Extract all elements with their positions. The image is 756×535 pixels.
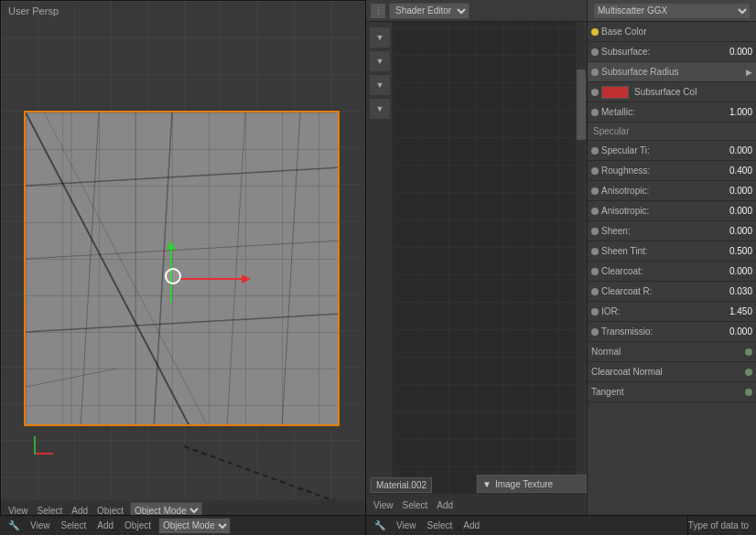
metallic-row: Metallic: 1.000 <box>588 102 756 123</box>
sheen-tint-value: 0.500 <box>729 246 752 256</box>
transmission-socket <box>591 328 599 336</box>
gizmo-y-axis <box>34 436 36 455</box>
view-button[interactable]: View <box>5 506 31 516</box>
metallic-value: 1.000 <box>729 107 752 117</box>
svg-line-0 <box>26 167 338 186</box>
add-button[interactable]: Add <box>69 506 91 516</box>
anisotropic2-socket <box>591 208 599 215</box>
ior-socket <box>591 308 599 316</box>
node-type-select[interactable]: Shader Editor <box>389 3 470 19</box>
ne-view-btn[interactable]: View <box>371 500 396 510</box>
clearcoat-row: Clearcoat: 0.000 <box>588 262 756 282</box>
tangent-out-row: Tangent <box>588 382 756 402</box>
svg-line-6 <box>282 112 300 424</box>
base-color-socket <box>591 28 599 36</box>
object-button[interactable]: Object <box>94 506 126 516</box>
bb-select[interactable]: Select <box>58 520 91 530</box>
roughness-label: Roughness: <box>601 166 727 176</box>
base-color-row: Base Color <box>588 22 756 42</box>
shader-header: Multiscatter GGX <box>588 0 756 22</box>
sheen-row: Sheen: 0.000 <box>588 221 756 241</box>
bb-view[interactable]: 🔧 <box>5 520 23 530</box>
panel-mini-4[interactable]: ▼ <box>369 98 391 120</box>
shader-select[interactable]: Multiscatter GGX <box>593 3 751 19</box>
sheen-tint-label: Sheen Tint: <box>601 246 727 256</box>
viewport-toolbar: View Select Add Object Object Mode <box>1 500 365 515</box>
anisotropic-value: 0.000 <box>729 186 752 196</box>
origin-circle <box>165 268 181 284</box>
specular-section: Specular <box>588 123 756 141</box>
subsurface-col-socket <box>591 89 599 96</box>
sheen-socket <box>591 228 599 235</box>
ne-bb-select[interactable]: Select <box>424 520 457 530</box>
bb-mode-select[interactable]: Object Mode <box>158 518 231 534</box>
base-color-label: Base Color <box>601 27 752 37</box>
transmission-row: Transmissio: 0.000 <box>588 322 756 342</box>
clearcoat-r-label: Clearcoat R: <box>601 286 727 296</box>
sheen-label: Sheen: <box>601 226 727 236</box>
ne-add-btn[interactable]: Add <box>434 500 456 510</box>
anisotropic-label: Anisotropic: <box>601 186 727 196</box>
bottom-bar: 🔧 View Select Add Object Object Mode 🔧 V… <box>0 515 756 535</box>
arrow-red-axis <box>179 278 243 280</box>
subsurface-col-row: Subsurface Col <box>588 82 756 102</box>
clearcoat-normal-socket <box>745 369 752 376</box>
bb-object[interactable]: Object <box>121 520 155 530</box>
tangent-label: Tangent <box>591 387 742 397</box>
plane-lines <box>26 112 338 424</box>
svg-line-3 <box>81 112 99 424</box>
ior-row: IOR: 1.450 <box>588 302 756 322</box>
viewport-header: User Persp <box>8 5 59 16</box>
material-label: Material.002 <box>371 477 432 493</box>
clearcoat-normal-label: Clearcoat Normal <box>591 367 742 377</box>
node-editor[interactable]: ⋮ Shader Editor ▼ ▼ ▼ ▼ <box>366 0 587 515</box>
svg-line-2 <box>26 314 338 332</box>
status-text: Type of data to <box>688 520 756 530</box>
tangent-socket <box>745 389 752 396</box>
ne-select-btn[interactable]: Select <box>400 500 431 510</box>
anisotropic-row: Anisotropic: 0.000 <box>588 181 756 201</box>
roughness-value: 0.400 <box>729 166 752 176</box>
node-editor-toolbar: View Select Add <box>366 495 587 515</box>
sheen-value: 0.000 <box>729 226 752 236</box>
anisotropic2-value: 0.000 <box>729 206 752 216</box>
sheen-tint-row: Sheen Tint: 0.500 <box>588 241 756 262</box>
gizmo-x-axis <box>35 453 53 455</box>
subsurface-socket <box>591 48 599 56</box>
mode-select[interactable]: Object Mode <box>130 502 202 515</box>
scrollbar-vertical[interactable] <box>576 22 587 493</box>
ne-bb-add[interactable]: Add <box>459 520 483 530</box>
normal-out-row: Normal <box>588 342 756 362</box>
sheen-tint-socket <box>591 248 599 255</box>
clearcoat-value: 0.000 <box>729 266 752 276</box>
down-arrow-icon: ▼ <box>482 479 491 489</box>
ne-bb-icon: 🔧 <box>371 520 389 530</box>
panel-mini-2[interactable]: ▼ <box>369 50 391 72</box>
clearcoat-label: Clearcoat: <box>601 266 727 276</box>
viewport-label: User Persp <box>8 5 59 16</box>
specular-tint-socket <box>591 147 599 155</box>
roughness-socket <box>591 167 599 175</box>
viewport-bottom-section: 🔧 View Select Add Object Object Mode <box>0 516 366 535</box>
node-header-btn-1[interactable]: ⋮ <box>371 4 385 18</box>
normal-out-socket-prop <box>745 348 752 356</box>
metallic-label: Metallic: <box>601 107 727 117</box>
panel-mini-3[interactable]: ▼ <box>369 74 391 96</box>
ior-value: 1.450 <box>729 306 752 316</box>
panel-mini-1[interactable]: ▼ <box>369 27 391 48</box>
image-texture-btn[interactable]: ▼ Image Texture <box>477 475 587 493</box>
subsurface-row: Subsurface: 0.000 <box>588 42 756 62</box>
bb-view-label[interactable]: View <box>27 520 54 530</box>
node-editor-bottom-section: 🔧 View Select Add <box>366 516 688 535</box>
expand-arrow-icon: ▶ <box>746 68 752 77</box>
ne-bb-view[interactable]: View <box>393 520 420 530</box>
viewport[interactable]: User Persp <box>0 0 366 515</box>
subsurface-col-label: Subsurface Col <box>634 87 752 97</box>
subsurface-color-swatch[interactable] <box>601 86 629 99</box>
metallic-socket <box>591 109 599 116</box>
subsurface-radius-label: Subsurface Radius <box>601 67 743 77</box>
select-button[interactable]: Select <box>35 506 66 516</box>
svg-line-1 <box>26 241 338 259</box>
bb-add[interactable]: Add <box>93 520 117 530</box>
svg-line-7 <box>26 112 190 424</box>
